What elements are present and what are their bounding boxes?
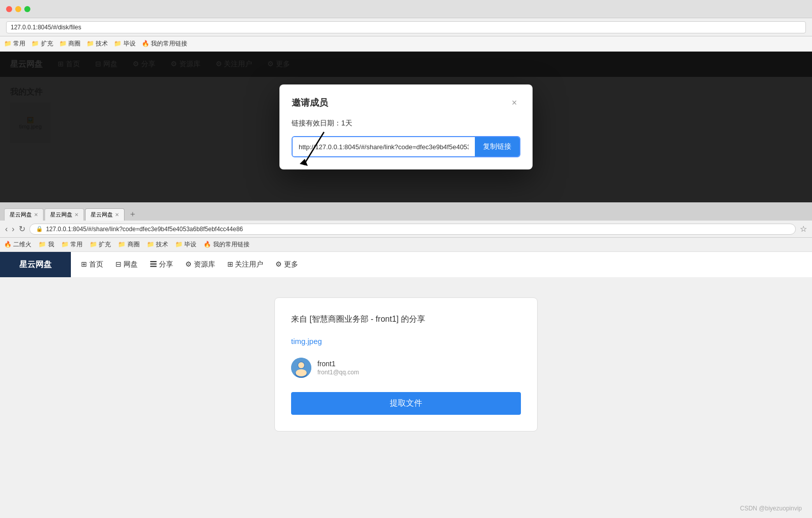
forward-button[interactable]: › [12, 225, 14, 234]
top-browser-window: 127.0.0.1:8045/#/disk/files 📁 常用 📁 扩充 📁 … [0, 0, 812, 202]
app-brand: 星云网盘 [0, 252, 71, 277]
bookmark-bishe[interactable]: 📁 毕设 [175, 240, 196, 249]
tab-3-close[interactable]: ✕ [115, 212, 119, 218]
user-name: front1 [317, 360, 359, 368]
nav-home[interactable]: ⊞ 首页 [81, 260, 103, 269]
user-email: front1@qq.com [317, 369, 359, 376]
bottom-browser-window: 星云网盘 ✕ 星云网盘 ✕ 星云网盘 ✕ ＋ ‹ › ↻ 🔒 127.0.0.1… [0, 202, 812, 518]
minimize-button-tl[interactable] [15, 6, 21, 12]
nav-users[interactable]: ⊞ 关注用户 [227, 260, 264, 269]
security-icon: 🔒 [36, 226, 43, 232]
bookmark-item[interactable]: 🔥 我的常用链接 [142, 39, 187, 48]
bookmark-wo[interactable]: 📁 我 [38, 240, 54, 249]
nav-disk[interactable]: ⊟ 网盘 [115, 260, 138, 269]
share-card-title: 来自 [智慧商圈业务部 - front1] 的分享 [291, 314, 521, 325]
copy-link-button[interactable]: 复制链接 [475, 137, 519, 156]
modal-header: 邀请成员 × [292, 97, 520, 109]
user-info-text: front1 front1@qq.com [317, 360, 359, 376]
bookmark-item[interactable]: 📁 毕设 [114, 39, 135, 48]
tab-3-label: 星云网盘 [91, 211, 113, 219]
modal-title: 邀请成员 [292, 97, 328, 109]
bookmark-changyonglianke[interactable]: 🔥 我的常用链接 [204, 240, 249, 249]
bottom-bookmarks-bar: 🔥 二维火 📁 我 📁 常用 📁 扩充 📁 商圈 📁 技术 📁 毕设 🔥 我的常… [0, 238, 812, 252]
modal-overlay: 邀请成员 × 链接有效日期：1天 复制链接 [0, 52, 812, 202]
svg-point-6 [296, 369, 307, 376]
svg-line-0 [304, 132, 324, 165]
bookmark-changyong[interactable]: 📁 常用 [61, 240, 83, 249]
back-button[interactable]: ‹ [5, 225, 8, 234]
bottom-nav-items: ⊞ 首页 ⊟ 网盘 ☰ 分享 ⚙ 资源库 ⊞ 关注用户 ⚙ 更多 [71, 252, 812, 277]
share-file-name: timg.jpeg [291, 337, 521, 346]
top-address-bar-area: 127.0.0.1:8045/#/disk/files [0, 18, 812, 36]
bookmark-item[interactable]: 📁 常用 [4, 39, 25, 48]
bottom-address-bar: ‹ › ↻ 🔒 127.0.0.1:8045/#/share/link?code… [0, 221, 812, 238]
tab-2[interactable]: 星云网盘 ✕ [45, 208, 84, 221]
top-address-input[interactable]: 127.0.0.1:8045/#/disk/files [6, 21, 806, 33]
bookmark-shangjuan[interactable]: 📁 商圈 [118, 240, 139, 249]
modal-close-button[interactable]: × [508, 97, 520, 109]
maximize-button-tl[interactable] [24, 6, 30, 12]
tab-3[interactable]: 星云网盘 ✕ [85, 208, 125, 221]
share-content-area: 来自 [智慧商圈业务部 - front1] 的分享 timg.jpeg f [0, 277, 812, 518]
bookmark-jishu[interactable]: 📁 技术 [147, 240, 168, 249]
bookmark-star-button[interactable]: ☆ [800, 224, 807, 234]
bottom-address-input[interactable]: 🔒 127.0.0.1:8045/#/share/link?code=dfec3… [29, 224, 796, 235]
top-bookmarks-bar: 📁 常用 📁 扩充 📁 商圈 📁 技术 📁 毕设 🔥 我的常用链接 [0, 36, 812, 52]
bookmark-erhuohuo[interactable]: 🔥 二维火 [4, 240, 31, 249]
modal-expire-info: 链接有效日期：1天 [292, 119, 520, 128]
top-browser-chrome [0, 0, 812, 18]
address-text: 127.0.0.1:8045/#/share/link?code=dfec3e9… [46, 226, 243, 233]
share-card: 来自 [智慧商圈业务部 - front1] 的分享 timg.jpeg f [274, 297, 538, 431]
arrow-annotation [294, 130, 354, 172]
tab-1[interactable]: 星云网盘 ✕ [4, 208, 44, 221]
nav-library[interactable]: ⚙ 资源库 [185, 260, 215, 269]
bookmark-item[interactable]: 📁 商圈 [59, 39, 80, 48]
top-content-area: 星云网盘 ⊞ 首页 ⊟ 网盘 ⚙ 分享 ⚙ 资源库 ⚙ 关注用户 ⚙ 更多 我的… [0, 52, 812, 202]
bookmark-item[interactable]: 📁 扩充 [31, 39, 53, 48]
nav-share[interactable]: ☰ 分享 [150, 260, 173, 269]
pickup-file-button[interactable]: 提取文件 [291, 392, 521, 415]
user-avatar [291, 358, 311, 378]
bookmark-item[interactable]: 📁 技术 [87, 39, 108, 48]
svg-point-5 [298, 362, 304, 368]
bottom-app: 星云网盘 ⊞ 首页 ⊟ 网盘 ☰ 分享 ⚙ 资源库 ⊞ 关注用户 ⚙ 更多 来自… [0, 252, 812, 518]
share-user-info: front1 front1@qq.com [291, 358, 521, 378]
tab-1-close[interactable]: ✕ [34, 212, 38, 218]
tab-2-close[interactable]: ✕ [74, 212, 78, 218]
tab-2-label: 星云网盘 [50, 211, 72, 219]
bottom-tab-row: 星云网盘 ✕ 星云网盘 ✕ 星云网盘 ✕ ＋ [0, 202, 812, 221]
tab-1-label: 星云网盘 [10, 211, 32, 219]
traffic-lights [6, 6, 30, 12]
bottom-app-nav: 星云网盘 ⊞ 首页 ⊟ 网盘 ☰ 分享 ⚙ 资源库 ⊞ 关注用户 ⚙ 更多 [0, 252, 812, 277]
close-button-tl[interactable] [6, 6, 12, 12]
refresh-button[interactable]: ↻ [19, 224, 25, 234]
new-tab-button[interactable]: ＋ [126, 208, 140, 221]
bookmark-kuochong[interactable]: 📁 扩充 [90, 240, 111, 249]
watermark: CSDN @biyezuopinvip [740, 505, 802, 512]
nav-more[interactable]: ⚙ 更多 [275, 260, 298, 269]
